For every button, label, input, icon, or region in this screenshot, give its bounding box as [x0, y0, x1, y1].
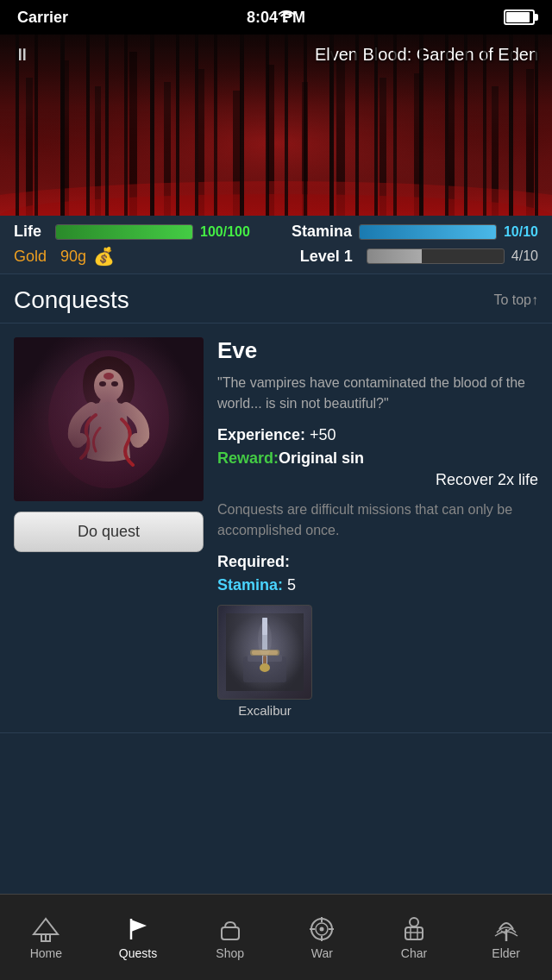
svg-rect-3 [60, 60, 69, 216]
nav-item-home[interactable]: Home [0, 908, 92, 967]
svg-point-20 [48, 350, 169, 488]
gold-icon: 💰 [93, 246, 115, 267]
quest-quote: "The vampires have contaminated the bloo… [217, 373, 538, 414]
svg-rect-36 [250, 650, 279, 656]
gold-label: Gold [14, 248, 47, 266]
svg-point-17 [0, 181, 552, 216]
svg-rect-19 [14, 337, 204, 501]
required-item: Excalibur [217, 605, 312, 718]
stamina-bar [359, 224, 497, 240]
nav-item-quests[interactable]: Quests [92, 908, 185, 967]
excalibur-illustration [226, 613, 304, 691]
target-icon [308, 915, 336, 943]
svg-point-22 [88, 356, 129, 391]
carrier-label: Carrier [17, 9, 68, 27]
svg-point-26 [104, 373, 114, 380]
gold-value: 90g [60, 248, 86, 266]
life-value: 100/100 [200, 224, 250, 240]
svg-rect-0 [0, 35, 552, 216]
svg-rect-38 [263, 656, 267, 666]
svg-marker-45 [131, 920, 147, 932]
quest-left-column: Do quest [14, 337, 204, 719]
svg-rect-13 [414, 73, 422, 216]
svg-rect-14 [448, 60, 455, 216]
nav-item-elder[interactable]: Elder [460, 908, 552, 967]
svg-rect-8 [233, 91, 241, 216]
to-top-button[interactable]: To top↑ [493, 292, 538, 308]
content-area: Conquests To top↑ [0, 274, 552, 820]
quest-reward: Reward:Original sin [217, 449, 538, 468]
bag-icon [216, 915, 244, 943]
svg-point-29 [71, 434, 85, 448]
nav-item-shop[interactable]: Shop [184, 908, 276, 967]
svg-rect-31 [226, 613, 304, 691]
nav-item-war[interactable]: War [276, 908, 368, 967]
status-bar: Carrier 8:04 PM [0, 0, 552, 35]
svg-rect-5 [129, 52, 137, 216]
hero-title: Elven Blood: Garden of Eden [315, 45, 538, 65]
quest-image [14, 337, 204, 501]
svg-point-27 [99, 381, 106, 386]
level-label: Level 1 [300, 248, 353, 266]
svg-rect-7 [198, 69, 204, 216]
quest-recover: Recover 2x life [217, 471, 538, 489]
forest-silhouette [0, 35, 552, 216]
svg-point-21 [90, 364, 128, 405]
quest-name: Eve [217, 337, 538, 364]
svg-point-39 [260, 663, 270, 672]
svg-rect-16 [526, 69, 534, 216]
svg-rect-4 [95, 86, 101, 216]
home-nav-label: Home [30, 946, 62, 960]
svg-rect-35 [262, 618, 267, 635]
svg-point-23 [83, 363, 104, 406]
svg-rect-1 [0, 35, 552, 216]
battery-indicator [504, 9, 535, 25]
stamina-req-label: Stamina: [217, 576, 283, 594]
svg-point-25 [94, 369, 123, 402]
quest-right-column: Eve "The vampires have contaminated the … [217, 337, 538, 719]
svg-point-18 [0, 194, 552, 216]
svg-point-24 [114, 363, 135, 406]
excalibur-image [217, 605, 312, 700]
shop-nav-label: Shop [216, 946, 244, 960]
quest-description: Conquests are difficult missions that ca… [217, 499, 538, 541]
quest-stamina-requirement: Stamina: 5 [217, 576, 538, 594]
svg-marker-41 [34, 919, 58, 934]
war-nav-label: War [311, 946, 333, 960]
quests-nav-label: Quests [119, 946, 157, 960]
bottom-navigation: Home Quests Shop War [0, 894, 552, 980]
svg-rect-46 [222, 927, 239, 939]
nav-item-char[interactable]: Char [368, 908, 461, 967]
hero-banner: ⏸ Elven Blood: Garden of Eden [0, 35, 552, 216]
stats-bar: Life 100/100 Stamina 10/10 Gold 90g 💰 Le… [0, 216, 552, 274]
level-bar [367, 248, 505, 264]
svg-point-28 [111, 381, 118, 386]
elder-nav-label: Elder [492, 946, 520, 960]
svg-rect-33 [248, 655, 282, 662]
pause-button[interactable]: ⏸ [14, 45, 31, 65]
do-quest-button[interactable]: Do quest [14, 512, 204, 552]
eve-illustration [14, 337, 204, 501]
flag-icon [124, 915, 152, 943]
level-value: 4/10 [511, 248, 538, 264]
section-header: Conquests To top↑ [0, 274, 552, 324]
svg-point-58 [410, 918, 418, 927]
svg-rect-12 [380, 78, 386, 216]
life-bar [55, 224, 193, 240]
svg-rect-15 [492, 86, 499, 216]
tree-icon [492, 915, 520, 943]
svg-rect-2 [26, 78, 33, 216]
reward-label: Reward: [217, 449, 279, 467]
svg-rect-11 [336, 56, 345, 216]
quest-card: Do quest Eve "The vampires have contamin… [0, 324, 552, 733]
svg-point-49 [320, 927, 324, 931]
life-label: Life [14, 223, 41, 241]
svg-rect-10 [302, 82, 308, 216]
person-icon [400, 915, 428, 943]
stamina-value: 10/10 [504, 224, 538, 240]
excalibur-name: Excalibur [217, 703, 312, 718]
svg-rect-9 [267, 65, 274, 216]
time-display: 8:04 PM [247, 9, 305, 27]
svg-rect-6 [164, 82, 171, 216]
svg-rect-54 [405, 927, 423, 939]
